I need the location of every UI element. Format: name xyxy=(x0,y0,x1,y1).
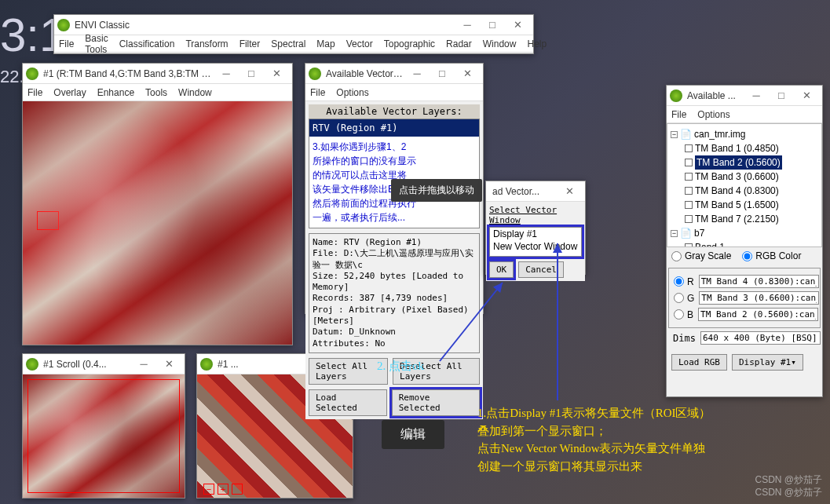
band-item[interactable]: Band 1 xyxy=(695,240,725,247)
scroll-window: #1 Scroll (0.4... ─ ✕ xyxy=(22,353,185,499)
menu-basictools[interactable]: Basic Tools xyxy=(85,33,108,55)
maximize-button[interactable]: □ xyxy=(430,64,455,83)
minimize-button[interactable]: ─ xyxy=(214,64,239,83)
load-rgb-button[interactable]: Load RGB xyxy=(671,354,727,371)
band-item[interactable]: TM Band 4 (0.8300) xyxy=(695,184,779,198)
close-button[interactable]: ✕ xyxy=(455,64,480,83)
band-item[interactable]: TM Band 7 (2.2150) xyxy=(695,212,779,226)
maximize-button[interactable]: □ xyxy=(480,16,505,35)
menu-transform[interactable]: Transform xyxy=(185,38,228,49)
minimize-button[interactable]: ─ xyxy=(131,355,156,374)
close-button[interactable]: ✕ xyxy=(794,86,819,105)
menu-topographic[interactable]: Topographic xyxy=(384,38,435,49)
menu-filter[interactable]: Filter xyxy=(239,38,261,49)
collapse-icon[interactable]: − xyxy=(671,230,678,237)
menu-file[interactable]: File xyxy=(310,87,325,98)
menu-window[interactable]: Window xyxy=(178,87,212,98)
rgb-color-radio[interactable]: RGB Color xyxy=(742,250,801,261)
load-vector-dialog: ad Vector... ✕ Select Vector Window Disp… xyxy=(485,181,586,275)
minimize-button[interactable]: ─ xyxy=(744,86,769,105)
menu-overlay[interactable]: Overlay xyxy=(53,87,86,98)
select-all-button[interactable]: Select All Layers xyxy=(309,358,388,385)
dims-label: Dims xyxy=(673,333,696,344)
option-new-window[interactable]: New Vector Window xyxy=(490,240,581,253)
band-item[interactable]: TM Band 5 (1.6500) xyxy=(695,198,779,212)
annotation-1: 1.点击Display #1表示将矢量文件（ROI区域） 叠加到第一个显示窗口；… xyxy=(477,404,711,475)
image-canvas[interactable] xyxy=(23,101,292,345)
vector-window-list[interactable]: Display #1 New Vector Window xyxy=(489,227,582,257)
scroll-canvas[interactable] xyxy=(23,374,185,498)
titlebar[interactable]: ad Vector... ✕ xyxy=(486,181,585,202)
menu-help[interactable]: Help xyxy=(527,38,547,49)
zoom-out-button[interactable]: − xyxy=(203,484,214,495)
band-item-selected[interactable]: TM Band 2 (0.5600) xyxy=(695,155,782,170)
menu-tools[interactable]: Tools xyxy=(145,87,167,98)
band-item[interactable]: TM Band 1 (0.4850) xyxy=(695,141,779,155)
menu-spectral[interactable]: Spectral xyxy=(271,38,305,49)
option-display1[interactable]: Display #1 xyxy=(490,228,581,240)
tree-root[interactable]: can_tmr.img xyxy=(694,127,745,141)
display-window: #1 (R:TM Band 4,G:TM Band 3,B:TM B... ─ … xyxy=(22,63,293,345)
close-button[interactable]: ✕ xyxy=(264,64,289,83)
envi-icon xyxy=(200,358,213,371)
menu-window[interactable]: Window xyxy=(483,38,517,49)
b-field[interactable] xyxy=(698,308,818,321)
bands-tree[interactable]: − 📄 can_tmr.img TM Band 1 (0.4850) TM Ba… xyxy=(667,123,822,247)
layer-item[interactable]: RTV (Region #1) xyxy=(309,119,479,137)
envi-icon xyxy=(57,19,70,31)
band-item[interactable]: TM Band 3 (0.6600) xyxy=(695,170,779,184)
g-radio[interactable]: G xyxy=(674,293,694,304)
close-button[interactable]: ✕ xyxy=(557,182,582,201)
zoom-in-button[interactable]: + xyxy=(218,484,229,495)
menu-file[interactable]: File xyxy=(27,87,42,98)
menu-vector[interactable]: Vector xyxy=(346,38,373,49)
menu-options[interactable]: Options xyxy=(336,87,368,98)
titlebar[interactable]: Available ... ─ □ ✕ xyxy=(667,86,822,106)
close-button[interactable]: ✕ xyxy=(505,16,530,35)
annotation-2: 2. 点击ok xyxy=(377,357,424,375)
ok-button[interactable]: OK xyxy=(489,261,514,278)
maximize-button[interactable]: □ xyxy=(769,86,794,105)
titlebar[interactable]: ENVI Classic ─ □ ✕ xyxy=(54,15,533,35)
titlebar[interactable]: #1 Scroll (0.4... ─ ✕ xyxy=(23,354,185,374)
bands-menubar: File Options xyxy=(667,106,822,123)
b-radio[interactable]: B xyxy=(674,309,693,320)
minimize-button[interactable]: ─ xyxy=(404,64,430,83)
titlebar[interactable]: Available Vectors List ─ □ ✕ xyxy=(305,64,483,84)
zoom-cross-button[interactable] xyxy=(232,484,243,495)
maximize-button[interactable]: □ xyxy=(239,64,264,83)
collapse-icon[interactable]: − xyxy=(671,131,678,138)
layers-header: Available Vector Layers: xyxy=(309,104,480,119)
dims-field[interactable] xyxy=(700,331,821,345)
tree-b7[interactable]: b7 xyxy=(694,226,704,240)
viewport-box[interactable] xyxy=(27,379,180,493)
display-select-button[interactable]: Display #1▾ xyxy=(732,354,803,371)
edit-button[interactable]: 编辑 xyxy=(382,420,444,449)
menu-classification[interactable]: Classification xyxy=(119,38,175,49)
envi-icon xyxy=(309,68,321,80)
envi-icon xyxy=(26,68,38,80)
g-field[interactable] xyxy=(699,291,819,305)
menu-options[interactable]: Options xyxy=(697,109,729,120)
menu-map[interactable]: Map xyxy=(316,38,335,49)
window-title: ENVI Classic xyxy=(75,20,455,31)
minimize-button[interactable]: ─ xyxy=(455,16,480,35)
menu-radar[interactable]: Radar xyxy=(446,38,472,49)
menu-file[interactable]: File xyxy=(671,109,686,120)
layer-info: Name: RTV (Region #1) File: D:\大二上机\遥感原理… xyxy=(309,233,480,353)
load-selected-button[interactable]: Load Selected xyxy=(309,389,387,416)
display-menubar: File Overlay Enhance Tools Window xyxy=(23,84,292,101)
r-radio[interactable]: R xyxy=(674,276,694,287)
gray-scale-radio[interactable]: Gray Scale xyxy=(671,250,731,261)
titlebar[interactable]: #1 (R:TM Band 4,G:TM Band 3,B:TM B... ─ … xyxy=(23,64,292,84)
close-button[interactable]: ✕ xyxy=(156,355,181,374)
menu-enhance[interactable]: Enhance xyxy=(97,87,134,98)
cancel-button[interactable]: Cancel xyxy=(518,261,564,278)
window-title: #1 Scroll (0.4... xyxy=(43,359,131,370)
watermark: CSDN @炒茄子 xyxy=(755,473,822,487)
menu-file[interactable]: File xyxy=(59,38,74,49)
r-field[interactable] xyxy=(699,275,819,288)
dialog-header: Select Vector Window xyxy=(489,205,582,225)
roi-box[interactable] xyxy=(37,211,59,230)
remove-selected-button[interactable]: Remove Selected xyxy=(392,389,480,416)
